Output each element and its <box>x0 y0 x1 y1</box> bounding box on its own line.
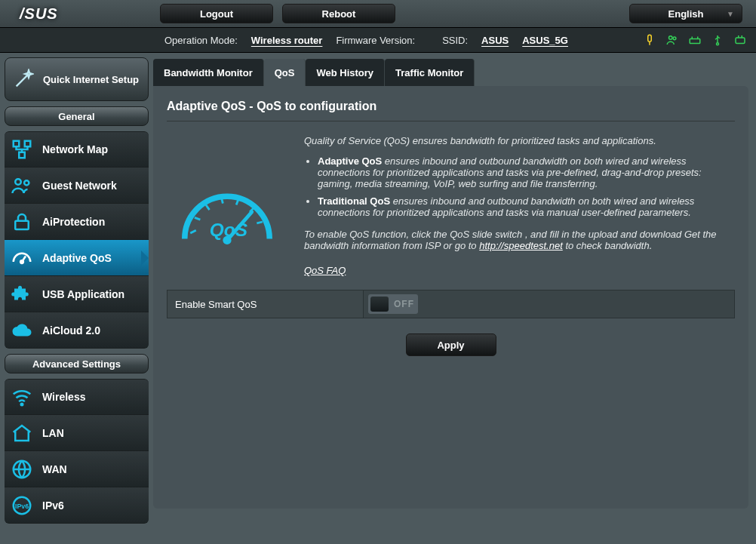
sidebar-item-label: Adaptive QoS <box>42 252 112 264</box>
sidebar-item-usb-application[interactable]: USB Application <box>5 276 149 312</box>
logout-button[interactable]: Logout <box>160 4 273 23</box>
guest-network-icon <box>11 174 33 197</box>
svg-rect-14 <box>19 152 25 158</box>
svg-text:QoS: QoS <box>210 220 247 240</box>
sidebar-item-label: Guest Network <box>42 180 117 192</box>
sidebar-item-wireless[interactable]: Wireless <box>5 379 149 415</box>
svg-point-20 <box>21 404 23 406</box>
puzzle-icon <box>11 283 33 306</box>
svg-rect-0 <box>648 35 652 41</box>
section-advanced: Advanced Settings <box>5 354 149 373</box>
sidebar-item-wan[interactable]: WAN <box>5 451 149 487</box>
tab-web-history[interactable]: Web History <box>306 59 385 86</box>
wireless-icon <box>11 386 33 408</box>
usb-icon[interactable] <box>711 33 724 47</box>
svg-rect-12 <box>14 141 20 147</box>
sidebar-item-label: WAN <box>42 463 67 475</box>
toggle-knob <box>370 297 389 312</box>
network-map-icon <box>11 138 33 161</box>
svg-point-16 <box>24 180 29 185</box>
nav-general: Network Map Guest Network AiProtection A… <box>5 131 149 349</box>
wand-icon <box>13 69 34 90</box>
speedtest-link[interactable]: http://speedtest.net <box>479 240 563 251</box>
language-label: English <box>668 8 704 20</box>
sidebar-item-label: Wireless <box>42 391 85 403</box>
sidebar-item-aicloud[interactable]: AiCloud 2.0 <box>5 312 149 349</box>
qos-faq-link[interactable]: QoS FAQ <box>304 265 346 276</box>
sidebar-item-guest-network[interactable]: Guest Network <box>5 168 149 204</box>
section-general: General <box>5 106 149 126</box>
sidebar-item-label: USB Application <box>42 288 124 300</box>
sidebar-item-label: IPv6 <box>42 499 64 512</box>
sidebar-item-network-map[interactable]: Network Map <box>5 131 149 168</box>
svg-point-2 <box>669 36 673 40</box>
bullet-traditional: Traditional QoS ensures inbound and outb… <box>318 195 735 218</box>
svg-text:IPv6: IPv6 <box>15 502 29 509</box>
tab-traffic-monitor[interactable]: Traffic Monitor <box>385 59 475 86</box>
lock-icon <box>11 211 33 233</box>
ssid-label: SSID: <box>442 35 468 46</box>
sidebar-item-label: Network Map <box>42 143 108 155</box>
toggle-state: OFF <box>394 299 414 309</box>
divider <box>167 121 735 121</box>
users-icon[interactable] <box>665 33 679 47</box>
svg-rect-17 <box>15 220 29 229</box>
svg-rect-4 <box>690 39 700 44</box>
enable-smart-qos-label: Enable Smart QoS <box>167 290 364 318</box>
fw-label: Firmware Version: <box>336 35 415 46</box>
sidebar-item-lan[interactable]: LAN <box>5 415 149 451</box>
svg-rect-13 <box>25 141 31 147</box>
svg-point-3 <box>673 37 676 40</box>
description-text: Quality of Service (QoS) ensures bandwid… <box>304 135 735 276</box>
info-bar: Operation Mode: Wireless router Firmware… <box>0 27 756 53</box>
bullet-adaptive: Adaptive QoS ensures inbound and outboun… <box>318 155 735 189</box>
enable-instructions: To enable QoS function, click the QoS sl… <box>304 229 735 251</box>
svg-point-19 <box>20 260 23 263</box>
qos-gauge-icon: QoS <box>167 135 287 256</box>
quick-setup-label: Quick Internet Setup <box>41 74 140 85</box>
globe-icon <box>11 458 33 481</box>
content-panel: Adaptive QoS - QoS to configuration <box>153 86 748 509</box>
svg-line-24 <box>190 230 196 233</box>
quick-internet-setup[interactable]: Quick Internet Setup <box>5 57 149 101</box>
page-title: Adaptive QoS - QoS to configuration <box>167 100 735 113</box>
smart-qos-toggle[interactable]: OFF <box>368 294 418 314</box>
tab-qos[interactable]: QoS <box>264 59 306 86</box>
svg-rect-9 <box>736 38 745 44</box>
lamp-icon[interactable] <box>643 33 656 47</box>
tab-bandwidth-monitor[interactable]: Bandwidth Monitor <box>153 59 264 86</box>
enable-smart-qos-row: Enable Smart QoS OFF <box>167 290 735 318</box>
intro-text: Quality of Service (QoS) ensures bandwid… <box>304 135 735 146</box>
wifi-icon[interactable] <box>733 33 747 47</box>
home-icon <box>11 422 33 444</box>
sidebar-item-ipv6[interactable]: IPv6 IPv6 <box>5 487 149 524</box>
sidebar-item-aiprotection[interactable]: AiProtection <box>5 204 149 240</box>
svg-line-25 <box>195 217 201 220</box>
sidebar-item-label: AiProtection <box>42 216 105 228</box>
ipv6-icon: IPv6 <box>11 494 33 517</box>
gauge-icon <box>11 247 33 269</box>
sidebar-item-label: LAN <box>42 427 64 439</box>
router-icon[interactable] <box>688 33 702 47</box>
sidebar-item-adaptive-qos[interactable]: Adaptive QoS <box>5 240 149 276</box>
svg-point-7 <box>717 43 719 45</box>
svg-line-30 <box>257 222 263 223</box>
chevron-down-icon: ▼ <box>727 10 734 18</box>
tab-bar: Bandwidth Monitor QoS Web History Traffi… <box>153 53 748 86</box>
svg-point-15 <box>15 179 21 185</box>
apply-button[interactable]: Apply <box>406 333 496 356</box>
svg-line-27 <box>222 198 223 204</box>
svg-line-26 <box>206 205 210 211</box>
brand-logo: /SUS <box>20 5 155 23</box>
ssid-1[interactable]: ASUS <box>481 35 509 46</box>
cloud-icon <box>11 319 33 342</box>
sidebar-item-label: AiCloud 2.0 <box>42 324 100 337</box>
nav-advanced: Wireless LAN WAN IPv6 IPv6 <box>5 379 149 524</box>
language-select[interactable]: English ▼ <box>629 4 742 23</box>
op-mode-value[interactable]: Wireless router <box>251 35 323 46</box>
op-mode-label: Operation Mode: <box>164 35 238 46</box>
ssid-2[interactable]: ASUS_5G <box>522 35 568 46</box>
reboot-button[interactable]: Reboot <box>282 4 395 23</box>
